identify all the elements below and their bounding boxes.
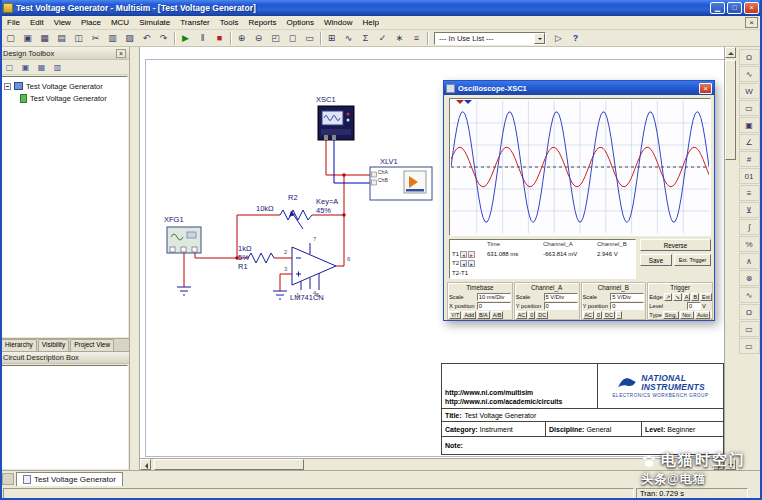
component-value[interactable]: Key=A	[316, 197, 338, 206]
agilent-oscilloscope-icon[interactable]: ▭	[739, 321, 760, 337]
t1-marker-icon[interactable]	[456, 100, 464, 108]
in-use-list-dropdown[interactable]: --- In Use List ---	[434, 32, 546, 45]
component-value[interactable]: 45%	[316, 206, 331, 215]
word-generator-icon[interactable]: 01	[739, 168, 760, 184]
copy-icon[interactable]: ▥	[104, 31, 121, 46]
channel-b-mode-button[interactable]: DC	[603, 311, 615, 319]
minimize-button[interactable]: ▁	[710, 2, 725, 14]
fullscreen-icon[interactable]: ▭	[301, 31, 318, 46]
timebase-mode-button[interactable]: Add	[462, 311, 476, 319]
channel-b-mode-button[interactable]: -	[616, 311, 622, 319]
zoom-area-icon[interactable]: ◰	[267, 31, 284, 46]
menu-item[interactable]: Simulate	[134, 17, 175, 28]
component-label[interactable]: R1	[238, 262, 248, 271]
panel-splitter[interactable]	[130, 47, 140, 470]
component-label[interactable]: XFG1	[164, 215, 184, 224]
sheet-tab[interactable]: Test Voltage Generator	[16, 472, 123, 486]
menu-item[interactable]: MCU	[106, 17, 134, 28]
cut-icon[interactable]: ✂	[87, 31, 104, 46]
menu-item[interactable]: Reports	[243, 17, 281, 28]
channel-a-mode-button[interactable]: DC	[536, 311, 548, 319]
title-bar[interactable]: Test Voltage Generator - Multisim - [Tes…	[0, 0, 762, 16]
menu-item[interactable]: Tools	[215, 17, 244, 28]
network-analyzer-icon[interactable]: ⊗	[739, 270, 760, 286]
trigger-type-button[interactable]: Nor.	[680, 311, 694, 319]
trigger-edge-button[interactable]: ↗	[664, 293, 673, 301]
open-icon[interactable]: ▣	[19, 31, 36, 46]
dt-view-icon[interactable]: ▥	[50, 61, 65, 74]
trigger-type-button[interactable]: Auto	[695, 311, 710, 319]
timebase-mode-button[interactable]: B/A	[477, 311, 490, 319]
menu-item[interactable]: Help	[357, 17, 383, 28]
oscilloscope-window[interactable]: Oscilloscope-XSC1 × Ti	[443, 80, 715, 321]
ext-trigger-button[interactable]: Ext. Trigger	[674, 254, 711, 266]
timebase-xpos-field[interactable]: 0	[477, 302, 511, 310]
trigger-type-button[interactable]: None	[711, 311, 713, 319]
component-label[interactable]: R2	[288, 193, 298, 202]
agilent-function-generator-icon[interactable]: ∿	[739, 287, 760, 303]
trigger-edge-button[interactable]: A	[683, 293, 691, 301]
multimeter-icon[interactable]: Ω	[739, 49, 760, 65]
bode-plotter-icon[interactable]: ∠	[739, 134, 760, 150]
zoom-out-icon[interactable]: ⊖	[250, 31, 267, 46]
timebase-scale-field[interactable]: 10 ms/Div	[477, 293, 511, 301]
channel-a-scale-field[interactable]: 5 V/Div	[544, 293, 578, 301]
tree-item-root[interactable]: Test Voltage Generator	[4, 80, 125, 92]
trigger-edge-button[interactable]: ↘	[673, 293, 682, 301]
distortion-analyzer-icon[interactable]: %	[739, 236, 760, 252]
print-icon[interactable]: ▤	[53, 31, 70, 46]
wizard-icon[interactable]: ∗	[391, 31, 408, 46]
tree-item-page[interactable]: Test Voltage Generator	[4, 92, 125, 104]
new-icon[interactable]: ▢	[2, 31, 19, 46]
schematic-canvas[interactable]: XSC1 XLV1 XFG1 R2 10kΩ Key=A 45% 1kΩ 5% …	[140, 47, 724, 470]
agilent-multimeter-icon[interactable]: Ω	[739, 304, 760, 320]
zoom-fit-icon[interactable]: ◻	[284, 31, 301, 46]
trigger-level-field[interactable]: 0	[687, 302, 701, 310]
component-value[interactable]: 5%	[238, 253, 249, 262]
stop-icon[interactable]: ■	[211, 31, 228, 46]
t2-marker-icon[interactable]	[464, 100, 472, 108]
zoom-in-icon[interactable]: ⊕	[233, 31, 250, 46]
run-icon[interactable]: ▶	[177, 31, 194, 46]
grapher-icon[interactable]: ∿	[340, 31, 357, 46]
dt-save-icon[interactable]: ▦	[34, 61, 49, 74]
grid-icon[interactable]: ⊞	[323, 31, 340, 46]
redo-icon[interactable]: ↷	[155, 31, 172, 46]
iv-analyzer-icon[interactable]: ∫	[739, 219, 760, 235]
design-toolbox-tab[interactable]: Hierarchy	[1, 339, 37, 351]
paste-icon[interactable]: ▨	[121, 31, 138, 46]
timebase-mode-button[interactable]: Y/T	[449, 311, 461, 319]
channel-b-mode-button[interactable]: 0	[595, 311, 602, 319]
four-channel-oscilloscope-icon[interactable]: ▣	[739, 117, 760, 133]
function-generator-icon[interactable]: ∿	[739, 66, 760, 82]
component-value[interactable]: 10kΩ	[256, 204, 274, 213]
canvas-vscrollbar[interactable]	[724, 47, 736, 470]
menu-item[interactable]: File	[2, 17, 25, 28]
scroll-left-icon[interactable]	[140, 459, 151, 470]
channel-b-mode-button[interactable]: AC	[583, 311, 595, 319]
menu-item[interactable]: Transfer	[175, 17, 215, 28]
print-preview-icon[interactable]: ◫	[70, 31, 87, 46]
oscilloscope-titlebar[interactable]: Oscilloscope-XSC1 ×	[444, 81, 714, 95]
spectrum-analyzer-icon[interactable]: ∧	[739, 253, 760, 269]
wattmeter-icon[interactable]: W	[739, 83, 760, 99]
menu-item[interactable]: Window	[319, 17, 357, 28]
reverse-button[interactable]: Reverse	[640, 239, 711, 251]
tektronix-oscilloscope-icon[interactable]: ▭	[739, 338, 760, 354]
pause-icon[interactable]: ‖	[194, 31, 211, 46]
canvas-hscrollbar[interactable]	[140, 458, 724, 470]
oscilloscope-icon[interactable]: ▭	[739, 100, 760, 116]
design-toolbox-close-icon[interactable]: ×	[116, 49, 126, 58]
logic-converter-icon[interactable]: ⊻	[739, 202, 760, 218]
labview-icon[interactable]: ▷	[550, 31, 567, 46]
component-label[interactable]: XSC1	[316, 95, 336, 104]
hscroll-thumb[interactable]	[154, 459, 304, 470]
scroll-up-icon[interactable]	[725, 47, 736, 58]
channel-b-scale-field[interactable]: 5 V/Div	[610, 293, 644, 301]
tree-expander-icon[interactable]	[4, 83, 11, 90]
t2-left-arrow-icon[interactable]: ◂	[460, 260, 467, 267]
mdi-close-icon[interactable]: ×	[745, 17, 758, 28]
close-button[interactable]: ×	[744, 2, 759, 14]
menu-item[interactable]: Place	[76, 17, 106, 28]
oscilloscope-graph[interactable]	[449, 98, 711, 236]
